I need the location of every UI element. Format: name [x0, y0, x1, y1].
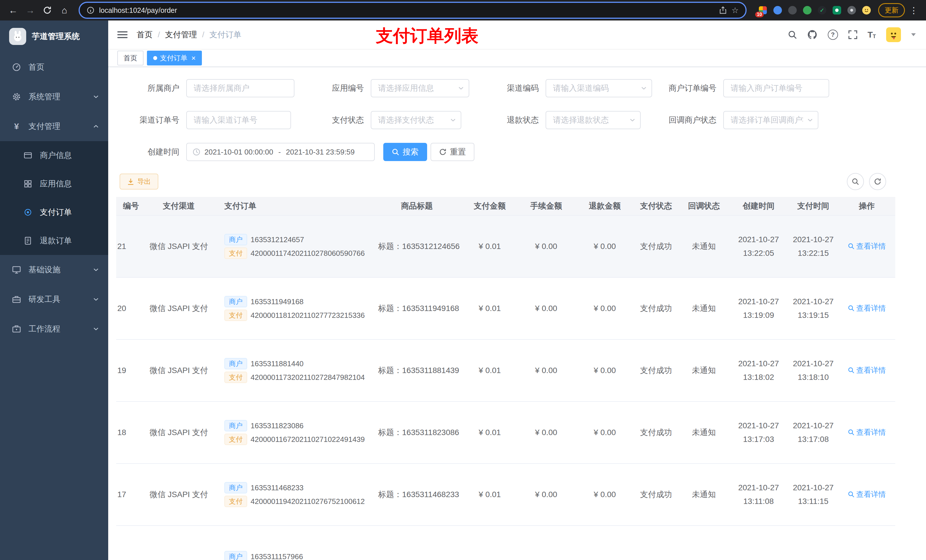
extension-grid-icon[interactable]: 10	[758, 5, 768, 15]
extension-pin-icon[interactable]	[847, 5, 856, 15]
merchant-order-no: 1635311157966	[251, 552, 303, 560]
pay-status-select[interactable]: 请选择支付状态	[371, 111, 461, 129]
gear-icon	[11, 92, 22, 101]
cell-refund: ¥ 0.00	[576, 340, 633, 402]
sidebar-item-home[interactable]: 首页	[0, 52, 108, 82]
table-search-toggle-icon[interactable]	[847, 173, 864, 190]
table-refresh-icon[interactable]	[869, 173, 886, 190]
sidebar-item-refund-order[interactable]: 退款订单	[0, 226, 108, 255]
date-separator: -	[277, 148, 282, 157]
hamburger-icon[interactable]	[117, 31, 127, 38]
view-detail-link[interactable]: 查看详情	[848, 241, 886, 251]
channel-order-no: 4200001167202110271022491439	[251, 435, 365, 444]
cell-action: 查看详情	[838, 402, 895, 463]
merchant-input[interactable]	[186, 79, 294, 97]
sidebar-item-pay-order[interactable]: 支付订单	[0, 198, 108, 226]
sidebar-item-dev-tools[interactable]: 研发工具	[0, 285, 108, 314]
extension-chat-icon[interactable]	[832, 5, 842, 15]
forward-arrow-icon[interactable]: →	[23, 3, 38, 18]
tab-home[interactable]: 首页	[117, 51, 144, 65]
field-refund-status: 退款状态 请选择退款状态	[475, 111, 641, 129]
sidebar-item-label: 工作流程	[29, 323, 61, 334]
cell-id: 17	[116, 463, 141, 525]
sidebar-item-infra[interactable]: 基础设施	[0, 255, 108, 285]
help-icon[interactable]: ?	[828, 30, 838, 40]
cell-create-time: 2021-10-27 13:22:05	[729, 216, 788, 278]
cell-amount: ¥ 0.01	[464, 402, 516, 463]
sidebar-item-workflow[interactable]: 工作流程	[0, 314, 108, 344]
table-row: 19 微信 JSAPI 支付 商户1635311881440 支付4200001…	[116, 340, 895, 402]
cell-create-time: 2021-10-27 13:11:08	[729, 463, 788, 525]
logo[interactable]: 芋道管理系统	[0, 21, 108, 52]
col-pay-order: 支付订单	[216, 197, 370, 216]
close-icon[interactable]: ×	[191, 54, 196, 62]
cell-title: 标题：1635311468233	[370, 463, 464, 525]
tab-label: 首页	[124, 53, 137, 63]
search-button[interactable]: 搜索	[383, 143, 427, 161]
browser-menu-icon[interactable]: ⋮	[907, 5, 920, 15]
reset-button[interactable]: 重置	[431, 143, 474, 161]
channel-code-select[interactable]: 请输入渠道编码	[546, 79, 652, 97]
github-icon[interactable]	[807, 30, 817, 40]
app-select[interactable]: 请选择应用信息	[371, 79, 469, 97]
channel-order-no-input[interactable]	[186, 111, 291, 129]
caret-down-icon[interactable]	[911, 33, 916, 36]
info-icon[interactable]	[86, 6, 95, 14]
sidebar-item-system[interactable]: 系统管理	[0, 82, 108, 112]
cell-refund: ¥ 0.00	[576, 216, 633, 278]
col-title: 商品标题	[370, 197, 464, 216]
search-icon[interactable]	[788, 30, 797, 39]
extension-drop-icon[interactable]	[773, 5, 782, 15]
sidebar-item-app-info[interactable]: 应用信息	[0, 170, 108, 198]
sidebar-item-merchant-info[interactable]: 商户信息	[0, 141, 108, 170]
view-detail-link[interactable]: 查看详情	[848, 489, 886, 500]
page-title-annotation: 支付订单列表	[376, 24, 478, 48]
home-icon[interactable]: ⌂	[57, 3, 72, 18]
sidebar-item-payment[interactable]: ¥ 支付管理	[0, 112, 108, 141]
chevron-down-icon	[93, 326, 99, 332]
cell-id: 21	[116, 216, 141, 278]
field-merchant: 所属商户	[108, 79, 294, 97]
extension-green-icon[interactable]	[802, 5, 812, 15]
breadcrumb-home[interactable]: 首页	[137, 29, 153, 40]
cell-pay-time: 2021-10-27 13:17:08	[788, 402, 838, 463]
filter-form: 所属商户 应用编号 请选择应用信息 渠道编码	[108, 79, 926, 161]
sidebar-item-label: 系统管理	[29, 91, 61, 102]
update-button[interactable]: 更新	[878, 3, 905, 17]
url-bar[interactable]: localhost:1024/pay/order ☆	[79, 2, 747, 19]
cell-channel: 微信 JSAPI 支付	[141, 216, 216, 278]
extension-check-icon[interactable]: ✓	[817, 5, 827, 15]
breadcrumb-separator: /	[158, 30, 160, 39]
view-detail-link[interactable]: 查看详情	[848, 427, 886, 437]
create-time-range[interactable]: 2021-10-01 00:00:00 - 2021-10-31 23:59:5…	[186, 143, 375, 161]
share-icon[interactable]	[719, 6, 727, 14]
view-detail-link[interactable]: 查看详情	[848, 303, 886, 313]
view-detail-link[interactable]: 查看详情	[848, 365, 886, 375]
cell-pay-time: 2021-10-27 13:22:15	[788, 216, 838, 278]
font-size-icon[interactable]: TT	[868, 30, 876, 39]
channel-order-no: 4200001181202110277723215336	[251, 311, 365, 320]
sidebar-item-label: 支付订单	[40, 207, 72, 218]
extension-dark-icon[interactable]	[788, 5, 797, 15]
channel-order-no: 4200001194202110276752100612	[251, 497, 365, 506]
cell-status: 支付成功	[633, 278, 679, 340]
cell-title: 标题：1635311881439	[370, 340, 464, 402]
merchant-order-no-input[interactable]	[723, 79, 829, 97]
date-start: 2021-10-01 00:00:00	[204, 148, 273, 157]
back-arrow-icon[interactable]: ←	[6, 3, 21, 18]
cell-status: 支付成功	[633, 340, 679, 402]
briefcase-icon	[11, 325, 22, 334]
export-button[interactable]: 导出	[120, 174, 158, 190]
bookmark-star-icon[interactable]: ☆	[731, 6, 738, 15]
extension-emoji-icon[interactable]	[862, 5, 872, 15]
breadcrumb-payment[interactable]: 支付管理	[165, 29, 197, 40]
refund-status-select[interactable]: 请选择退款状态	[546, 111, 641, 129]
cell-title: 标题：1635312124656	[370, 216, 464, 278]
tab-pay-order[interactable]: 支付订单 ×	[147, 51, 202, 65]
fullscreen-icon[interactable]	[848, 30, 857, 39]
monitor-icon	[11, 265, 22, 274]
reload-icon[interactable]	[40, 3, 54, 18]
avatar[interactable]	[886, 27, 901, 42]
col-notify: 回调状态	[679, 197, 729, 216]
notify-status-select[interactable]: 请选择订单回调商户状态	[723, 111, 819, 129]
